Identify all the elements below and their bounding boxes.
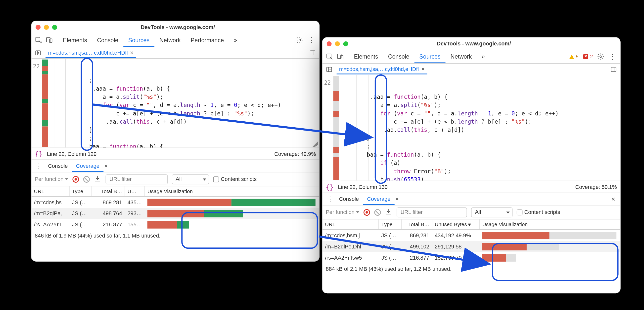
col-type[interactable]: Type — [70, 186, 92, 196]
warnings-badge[interactable]: 5 — [568, 53, 580, 60]
gear-icon[interactable] — [596, 52, 606, 61]
gear-icon[interactable] — [295, 35, 304, 45]
tab-sources[interactable]: Sources — [414, 50, 445, 63]
record-icon[interactable] — [72, 176, 79, 182]
coverage-percent: Coverage: 50.1% — [575, 184, 617, 190]
tab-performance[interactable]: Performance — [186, 34, 229, 47]
titlebar: DevTools - www.google.com/ — [322, 38, 620, 50]
url-filter-input[interactable] — [106, 174, 168, 184]
traffic-min-icon[interactable] — [44, 24, 49, 29]
coverage-footer: 846 kB of 1.9 MB (44%) used so far, 1.1 … — [32, 230, 319, 241]
close-icon[interactable]: × — [130, 49, 134, 56]
drawer-tab-coverage[interactable]: Coverage — [72, 160, 104, 172]
tab-elements[interactable]: Elements — [349, 50, 383, 63]
drawer-tab-coverage[interactable]: Coverage — [363, 193, 394, 205]
device-icon[interactable] — [45, 35, 54, 45]
drawer-tabs: ⋮ Console Coverage × — [32, 160, 319, 172]
traffic-close-icon[interactable] — [327, 41, 332, 46]
coverage-bar — [42, 60, 48, 147]
coverage-toolbar: Per function All Content scripts — [322, 205, 620, 220]
inspect-icon[interactable] — [325, 52, 334, 61]
cursor-position: Line 22, Column 129 — [47, 151, 97, 157]
traffic-min-icon[interactable] — [335, 41, 340, 46]
inspect-icon[interactable] — [34, 35, 43, 45]
drawer-close-icon[interactable]: × — [609, 195, 618, 203]
col-viz[interactable]: Usage Visualization — [480, 219, 620, 229]
window-title: DevTools - www.google.com/ — [348, 40, 600, 47]
type-filter-select[interactable]: All — [471, 207, 513, 217]
clear-icon[interactable] — [83, 176, 90, 182]
traffic-close-icon[interactable] — [36, 24, 40, 29]
file-tab[interactable]: m=cdos,hsm,jsa,…c,dtl0hd,eHDfl × — [46, 47, 136, 58]
drawer-kebab-icon[interactable]: ⋮ — [34, 162, 44, 170]
per-function-select[interactable]: Per function — [35, 176, 68, 182]
pretty-print-icon[interactable]: {} — [326, 183, 334, 191]
svg-rect-11 — [611, 67, 616, 71]
drawer-tab-console[interactable]: Console — [44, 160, 72, 172]
content-scripts-checkbox[interactable]: Content scripts — [517, 209, 560, 215]
device-icon[interactable] — [336, 52, 345, 61]
close-icon[interactable]: × — [421, 66, 425, 72]
kebab-icon[interactable]: ⋮ — [607, 52, 618, 61]
per-function-select[interactable]: Per function — [326, 209, 359, 215]
traffic-max-icon[interactable] — [52, 24, 57, 29]
drawer-tab-close-icon[interactable]: × — [395, 196, 398, 202]
coverage-footer: 884 kB of 2.1 MB (43%) used so far, 1.2 … — [322, 263, 620, 275]
pretty-print-icon[interactable]: {} — [35, 150, 43, 158]
col-total[interactable]: Total B… — [92, 186, 125, 196]
file-bar: m=cdos,hsm,jsa,…c,dtl0hd,eHDfl × — [32, 47, 319, 59]
col-unused[interactable]: Unused Bytes — [432, 219, 480, 229]
file-tab[interactable]: m=cdos,hsm,jsa,…c,dtl0hd,eHDfl × — [337, 64, 427, 74]
content-scripts-checkbox[interactable]: Content scripts — [213, 176, 256, 182]
record-icon[interactable] — [364, 209, 370, 216]
table-row[interactable]: /m=cdos,hs JS (… 869 281 435 … — [32, 197, 319, 208]
svg-point-3 — [299, 39, 300, 41]
code-editor: 22 _.aaa = function(a, b) { a = a.split(… — [322, 75, 620, 181]
tab-sources[interactable]: Sources — [123, 34, 154, 47]
gutter: 22 — [322, 75, 341, 181]
nav-toggle-icon[interactable] — [324, 64, 334, 74]
url-filter-input[interactable] — [397, 207, 467, 217]
col-url[interactable]: URL — [322, 219, 379, 229]
table-row[interactable]: /rs=AA2YrTsw5 JS (… 216,877 152,739 70.4… — [322, 252, 620, 263]
table-header: URL Type Total B… Unused Bytes Usage Vis… — [322, 219, 620, 230]
svg-rect-4 — [36, 50, 40, 55]
tabs-more[interactable]: » — [229, 34, 242, 47]
kebab-icon[interactable]: ⋮ — [306, 35, 316, 45]
drawer-tab-close-icon[interactable]: × — [104, 163, 108, 169]
file-bar: m=cdos,hsm,jsa,…c,dtl0hd,eHDfl × — [322, 64, 620, 75]
col-type[interactable]: Type — [379, 219, 402, 229]
code-editor: 22 ; _.aaa = function(a, b) { a = a.spli… — [32, 59, 319, 148]
side-panel-icon[interactable] — [308, 48, 318, 58]
table-row[interactable]: /m=B2qlPe,Dhl JS (… 499,102 291,129 58 — [322, 241, 620, 252]
drawer-tab-console[interactable]: Console — [335, 193, 363, 205]
download-icon[interactable] — [94, 175, 102, 183]
col-unused[interactable]: U… — [125, 186, 145, 196]
code-body[interactable]: ; _.aaa = function(a, b) { a = a.split("… — [50, 59, 319, 148]
download-icon[interactable] — [385, 208, 392, 216]
errors-badge[interactable]: 2 — [582, 53, 594, 60]
coverage-percent: Coverage: 49.9% — [274, 151, 316, 157]
col-viz[interactable]: Usage Visualization — [145, 186, 319, 196]
traffic-max-icon[interactable] — [343, 41, 348, 46]
clear-icon[interactable] — [374, 209, 381, 216]
sort-desc-icon — [468, 223, 471, 226]
type-filter-select[interactable]: All — [172, 174, 209, 184]
table-row[interactable]: /rs=AA2YrT JS (… 216 877 155 … — [32, 219, 319, 230]
drawer-kebab-icon[interactable]: ⋮ — [325, 195, 335, 203]
side-panel-icon[interactable] — [609, 64, 619, 74]
tab-console[interactable]: Console — [92, 34, 123, 47]
col-total[interactable]: Total B… — [402, 219, 432, 229]
tab-network[interactable]: Network — [154, 34, 186, 47]
svg-point-9 — [600, 56, 602, 57]
table-row[interactable]: /m=cdos,hsm,j JS (… 869,281 434,192 49.9… — [322, 230, 620, 241]
tab-network[interactable]: Network — [446, 50, 477, 63]
window-title: DevTools - www.google.com/ — [57, 24, 299, 30]
tab-elements[interactable]: Elements — [58, 34, 92, 47]
code-body[interactable]: _.aaa = function(a, b) { a = a.split("%s… — [341, 75, 620, 181]
nav-toggle-icon[interactable] — [33, 48, 43, 58]
table-row[interactable]: /m=B2qlPe, JS (… 498 764 293 … — [32, 208, 319, 219]
col-url[interactable]: URL — [32, 186, 70, 196]
tab-console[interactable]: Console — [383, 50, 414, 63]
tabs-more[interactable]: » — [477, 50, 490, 63]
